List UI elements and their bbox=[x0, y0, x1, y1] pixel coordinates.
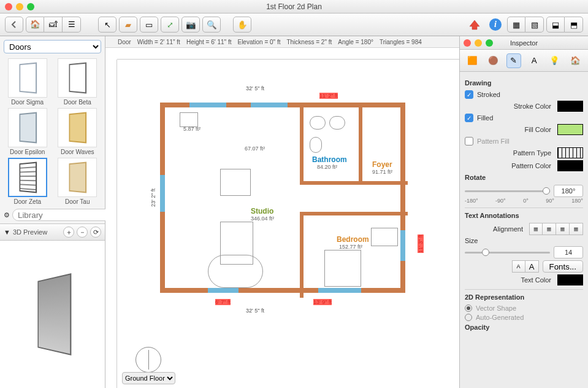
sphere-icon: 🟤 bbox=[488, 56, 498, 65]
library-item[interactable]: Door Zeta bbox=[2, 157, 53, 206]
dim-bottom-left: 6' 7" ft bbox=[215, 299, 231, 305]
section-2drep: 2D Representation bbox=[465, 293, 583, 301]
view3d-icon: ▧ bbox=[531, 20, 538, 29]
inspector-tab-camera[interactable]: 🏠 bbox=[568, 53, 582, 68]
view-3d-button[interactable]: ▧ bbox=[525, 17, 544, 33]
tool-zoom-button[interactable]: 🔍 bbox=[202, 17, 221, 33]
preview-title: 3D Preview bbox=[13, 228, 47, 236]
tool-camera-button[interactable]: 📷 bbox=[181, 17, 200, 33]
library-item[interactable]: Door Epsilon bbox=[2, 107, 53, 157]
status-triangles: Triangles = 984 bbox=[380, 39, 422, 45]
status-object: Door bbox=[118, 39, 131, 45]
align-justify-button[interactable]: ≡ bbox=[570, 223, 583, 235]
room-label-bedroom: Bedroom bbox=[337, 235, 369, 244]
dim-top-total: 32' 5" ft bbox=[246, 85, 264, 91]
preview-zoom-out[interactable]: － bbox=[77, 227, 88, 238]
window-title: 1st Floor 2d Plan bbox=[0, 2, 588, 11]
rotate-value[interactable]: 180° bbox=[554, 185, 583, 197]
preview-zoom-fit[interactable]: ⟳ bbox=[90, 227, 101, 238]
stroke-color-swatch[interactable] bbox=[557, 101, 583, 112]
library-item[interactable]: Door Tau bbox=[53, 157, 103, 206]
fill-color-label: Fill Color bbox=[465, 126, 554, 133]
view2d-icon: ▦ bbox=[513, 20, 520, 29]
tool-room-button[interactable]: ▭ bbox=[140, 17, 158, 33]
tool-pan-button[interactable]: ✋ bbox=[233, 17, 251, 33]
status-bar: Door Width = 2' 11" ft Height = 6' 11" f… bbox=[105, 36, 459, 48]
inspector-tab-materials[interactable]: 🟤 bbox=[486, 53, 500, 68]
floor-select[interactable]: Ground Floor bbox=[122, 372, 175, 384]
status-width: Width = 2' 11" ft bbox=[137, 39, 180, 45]
view-2d-button[interactable]: ▦ bbox=[507, 17, 525, 33]
pattern-type-picker[interactable] bbox=[557, 147, 583, 158]
preview-zoom-in[interactable]: ＋ bbox=[63, 227, 74, 238]
align-right-button[interactable]: ≡ bbox=[556, 223, 570, 235]
room-label-studio: Studio bbox=[251, 207, 273, 215]
library-item[interactable]: Door Waves bbox=[53, 107, 103, 157]
disclosure-icon[interactable]: ▼ bbox=[4, 228, 10, 236]
inspector-title: Inspector bbox=[460, 39, 588, 47]
arrow-icon: ↖ bbox=[104, 20, 111, 29]
size-label: Size bbox=[465, 237, 480, 244]
tool-wall-button[interactable]: ▰ bbox=[119, 17, 137, 33]
fonts-button[interactable]: Fonts... bbox=[543, 260, 583, 273]
wall-icon: ▰ bbox=[125, 20, 131, 29]
house-icon: 🏠 bbox=[570, 56, 581, 65]
room-area-studio: 346.04 ft² bbox=[251, 215, 274, 222]
window-single-button[interactable]: ⬒ bbox=[565, 17, 583, 33]
render-button[interactable] bbox=[465, 17, 484, 33]
fill-color-swatch[interactable] bbox=[557, 124, 583, 135]
size-slider[interactable] bbox=[465, 248, 550, 257]
font-large-button[interactable]: A bbox=[525, 260, 539, 273]
gear-icon[interactable]: ⚙ bbox=[4, 211, 10, 219]
camera-icon: 📷 bbox=[186, 20, 196, 29]
mode-building-button[interactable]: 🏠 bbox=[26, 17, 44, 33]
window-split-button[interactable]: ⬓ bbox=[546, 17, 565, 33]
room-label-foyer: Foyer bbox=[372, 160, 392, 169]
info-button[interactable]: i bbox=[486, 17, 505, 33]
align-left-button[interactable]: ≡ bbox=[529, 223, 543, 235]
room-area-bathroom: 84.20 ft² bbox=[317, 164, 337, 170]
text-color-swatch[interactable] bbox=[557, 274, 583, 285]
filled-label: Filled bbox=[477, 114, 583, 122]
tool-select-button[interactable]: ↖ bbox=[98, 17, 116, 33]
inspector-tab-2d[interactable]: ✎ bbox=[506, 53, 521, 68]
inspector-panel: Inspector 🟧 🟤 ✎ A 💡 🏠 Drawing ✓ Stroked … bbox=[459, 36, 588, 388]
pattern-color-swatch[interactable] bbox=[557, 160, 583, 171]
tool-dimension-button[interactable]: ⤢ bbox=[161, 17, 179, 33]
dim-top-right: 11' 2" ft bbox=[319, 93, 338, 99]
library-item[interactable]: Door Beta bbox=[53, 57, 103, 107]
font-small-button[interactable]: A bbox=[512, 260, 525, 273]
status-thickness: Thickness = 2" ft bbox=[286, 39, 332, 45]
list-icon: ☰ bbox=[67, 20, 77, 29]
stroked-checkbox[interactable]: ✓ bbox=[465, 90, 473, 99]
status-elevation: Elevation = 0" ft bbox=[237, 39, 280, 45]
pattern-type-label: Pattern Type bbox=[465, 149, 554, 157]
single-icon: ⬒ bbox=[570, 20, 578, 29]
library-item[interactable]: Door Sigma bbox=[2, 57, 53, 107]
nav-back-button[interactable] bbox=[5, 17, 23, 33]
vector-shape-radio[interactable] bbox=[465, 305, 472, 312]
status-height: Height = 6' 11" ft bbox=[186, 39, 232, 45]
preview-3d[interactable] bbox=[0, 241, 105, 388]
auto-generated-radio[interactable] bbox=[465, 314, 472, 321]
mode-list-button[interactable]: ☰ bbox=[63, 17, 81, 33]
align-center-button[interactable]: ≡ bbox=[543, 223, 556, 235]
inspector-tab-text[interactable]: A bbox=[527, 53, 541, 68]
text-color-label: Text Color bbox=[465, 276, 554, 284]
floorplan-canvas[interactable]: 32' 5" ft 11' 2" ft 23' 2" ft 11' 3" ft … bbox=[117, 60, 459, 388]
filled-checkbox[interactable]: ✓ bbox=[465, 114, 473, 122]
size-value[interactable]: 14 bbox=[554, 246, 583, 258]
cube-icon: 🟧 bbox=[467, 56, 478, 65]
building-icon: 🏠 bbox=[30, 20, 40, 29]
dim-bottom-right: 13' 9" ft bbox=[313, 299, 332, 305]
pattern-fill-checkbox[interactable] bbox=[465, 137, 473, 146]
dimension-icon: ⤢ bbox=[167, 20, 174, 29]
rotate-slider[interactable] bbox=[465, 187, 550, 195]
dim-bottom-total: 32' 5" ft bbox=[246, 308, 264, 314]
inspector-tab-light[interactable]: 💡 bbox=[548, 53, 562, 68]
mode-furniture-button[interactable]: 🛋 bbox=[44, 17, 63, 33]
library-category-select[interactable]: Doors bbox=[4, 40, 101, 53]
section-rotate: Rotate bbox=[465, 174, 583, 181]
alignment-label: Alignment bbox=[465, 225, 525, 233]
inspector-tab-object[interactable]: 🟧 bbox=[465, 53, 480, 68]
